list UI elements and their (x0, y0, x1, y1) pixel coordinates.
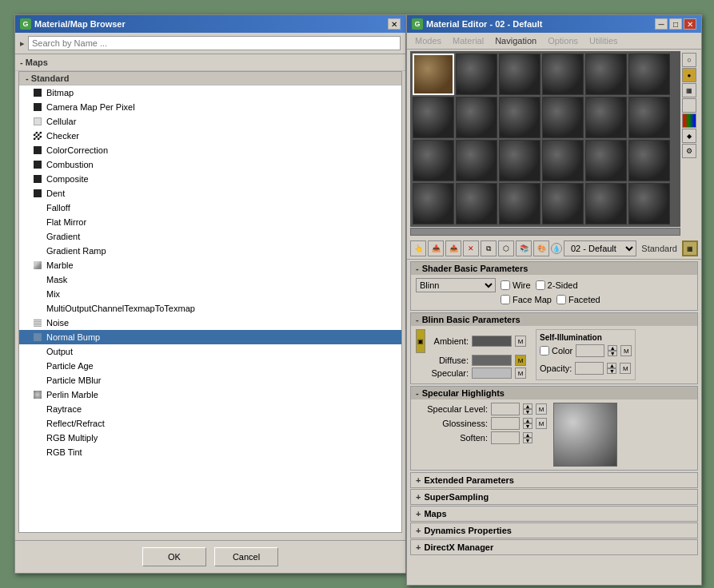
maps-panel[interactable]: + Maps (410, 506, 698, 522)
list-item[interactable]: Output (19, 344, 401, 359)
menu-material[interactable]: Material (448, 34, 489, 47)
list-item[interactable]: Mix (19, 287, 401, 301)
list-item[interactable]: Dent (19, 186, 401, 201)
list-item[interactable]: Reflect/Refract (19, 416, 401, 431)
pick-material-btn[interactable]: 👆 (410, 240, 426, 256)
list-item[interactable]: Mask (19, 272, 401, 287)
wire-checkbox-label[interactable]: Wire (501, 280, 531, 290)
facemap-checkbox[interactable] (501, 295, 510, 304)
sphere-cell-16[interactable] (542, 140, 584, 181)
list-item[interactable]: Gradient (19, 229, 401, 244)
shader-type-select[interactable]: Blinn (416, 278, 496, 292)
close-button[interactable]: ✕ (388, 18, 401, 30)
list-item[interactable]: Flat Mirror (19, 215, 401, 229)
put-to-lib-btn[interactable]: 📚 (516, 240, 532, 256)
ambient-lock-btn[interactable]: ▣ (416, 329, 425, 353)
faceted-checkbox[interactable] (556, 295, 566, 304)
make-unique-btn[interactable]: ⬡ (498, 240, 514, 256)
spec-panel-header[interactable]: - Specular Highlights (411, 387, 697, 399)
facemap-checkbox-label[interactable]: Face Map (501, 295, 552, 304)
supersampling-panel[interactable]: + SuperSampling (410, 489, 698, 505)
self-illum-map-btn[interactable]: M (620, 345, 632, 356)
list-item[interactable]: Perlin Marble (19, 387, 401, 402)
spec-level-down[interactable]: ▼ (523, 409, 533, 415)
circle-btn[interactable]: ● (682, 68, 696, 82)
sphere-cell-18[interactable] (628, 140, 670, 181)
color-btn[interactable] (682, 113, 696, 128)
opacity-up[interactable]: ▲ (607, 363, 616, 368)
search-input[interactable] (28, 36, 401, 50)
wire-checkbox[interactable] (501, 280, 510, 290)
opacity-value[interactable]: 100 (575, 362, 604, 375)
sphere-cell-20[interactable] (456, 183, 497, 224)
put-to-scene-btn[interactable]: 📤 (445, 240, 461, 256)
self-illum-value[interactable]: 0 (576, 344, 604, 357)
directx-panel[interactable]: + DirectX Manager (410, 539, 698, 555)
faceted-checkbox-label[interactable]: Faceted (556, 295, 600, 304)
list-item[interactable]: MultiOutputChannelTexmapToTexmap (19, 301, 401, 316)
list-item[interactable]: Falloff (19, 201, 401, 215)
shader-panel-header[interactable]: - Shader Basic Parameters (411, 262, 697, 275)
sphere-cell-19[interactable] (413, 183, 454, 224)
soften-down[interactable]: ▼ (523, 438, 533, 443)
sphere-scrollbar[interactable] (410, 228, 680, 236)
sphere-cell-9[interactable] (499, 97, 540, 138)
twosided-checkbox-label[interactable]: 2-Sided (536, 280, 578, 290)
standard-group-header[interactable]: - Standard (19, 72, 401, 85)
sphere-cell-10[interactable] (542, 97, 584, 138)
list-item[interactable]: Particle Age (19, 359, 401, 373)
sphere-cell-17[interactable] (585, 140, 627, 181)
list-item[interactable]: RGB Tint (19, 445, 401, 459)
delete-btn[interactable]: ✕ (463, 240, 479, 256)
self-illum-color-label[interactable]: Color (540, 346, 572, 356)
specular-swatch[interactable] (472, 368, 512, 379)
menu-utilities[interactable]: Utilities (584, 34, 622, 47)
menu-navigation[interactable]: Navigation (490, 34, 541, 47)
list-item[interactable]: Raytrace (19, 402, 401, 416)
get-from-scene-btn[interactable]: 📥 (428, 240, 444, 256)
list-item[interactable]: Camera Map Per Pixel (19, 100, 401, 114)
sphere-cell-24[interactable] (628, 183, 670, 224)
sphere-cell-7[interactable] (413, 97, 454, 138)
blank-btn[interactable] (682, 98, 696, 113)
gloss-input[interactable]: 10 (491, 417, 520, 430)
sphere-cell-22[interactable] (542, 183, 584, 224)
titlebar-controls[interactable]: ✕ (388, 18, 401, 30)
list-item[interactable]: ColorCorrection (19, 143, 401, 157)
maximize-button[interactable]: □ (669, 18, 682, 30)
sphere-cell-5[interactable] (585, 54, 627, 95)
list-item[interactable]: Particle MBlur (19, 373, 401, 387)
ambient-map-btn[interactable]: M (515, 336, 526, 347)
sphere-cell-8[interactable] (456, 97, 497, 138)
list-item[interactable]: Composite (19, 172, 401, 186)
active-slot-btn[interactable]: ▦ (682, 240, 698, 256)
list-item[interactable]: Bitmap (19, 85, 401, 100)
sphere-cell-15[interactable] (499, 140, 540, 181)
gloss-map-btn[interactable]: M (536, 418, 547, 429)
sphere-cell-14[interactable] (456, 140, 497, 181)
soften-input[interactable]: 0,1 (491, 431, 520, 444)
blinn-panel-header[interactable]: - Blinn Basic Parameters (411, 313, 697, 326)
list-item[interactable]: Gradient Ramp (19, 244, 401, 258)
sphere-cell-1[interactable] (413, 54, 454, 95)
spec-level-up[interactable]: ▲ (523, 403, 533, 409)
list-item[interactable]: RGB Multiply (19, 431, 401, 445)
minimize-button[interactable]: ─ (655, 18, 668, 30)
cancel-button[interactable]: Cancel (214, 547, 278, 566)
copy-btn[interactable]: ⧉ (481, 240, 497, 256)
sphere-cell-13[interactable] (413, 140, 454, 181)
diamond-btn[interactable]: ◆ (682, 129, 696, 143)
sphere-cell-3[interactable] (499, 54, 540, 95)
ok-button[interactable]: OK (142, 547, 206, 566)
list-item[interactable]: Combustion (19, 157, 401, 172)
specular-map-btn[interactable]: M (515, 368, 526, 379)
dynamics-panel[interactable]: + Dynamics Properties (410, 522, 698, 538)
spec-level-input[interactable]: 0 (491, 403, 520, 415)
list-item[interactable]: Noise (19, 316, 401, 330)
gloss-up[interactable]: ▲ (523, 418, 533, 423)
sphere-view-btn[interactable]: ○ (682, 53, 696, 67)
diffuse-swatch[interactable] (472, 355, 512, 366)
checker-btn[interactable]: ▦ (682, 83, 696, 97)
spec-level-map-btn[interactable]: M (536, 403, 547, 415)
mat-titlebar-controls[interactable]: ─ □ ✕ (655, 18, 696, 30)
